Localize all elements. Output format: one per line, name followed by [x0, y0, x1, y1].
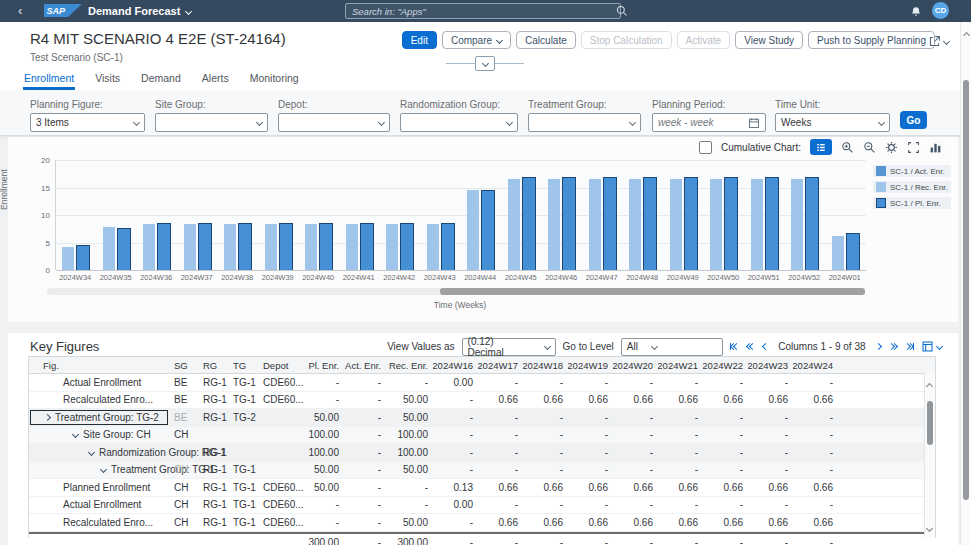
column-header-act-enr[interactable]: Act. Enr. [344, 357, 386, 373]
collapse-icon[interactable] [72, 431, 79, 438]
table-row[interactable]: Actual EnrollmentCHRG-1TG-1CDE60...---0.… [29, 497, 935, 515]
settings-gear-icon[interactable] [885, 141, 898, 154]
column-header-2024w19[interactable]: 2024W19 [568, 357, 613, 373]
search-icon[interactable] [616, 5, 628, 17]
next-column-icon[interactable] [876, 344, 881, 349]
legend-item[interactable]: SC-1 / Rec. Enr. [873, 181, 951, 193]
column-header-2024w22[interactable]: 2024W22 [703, 357, 748, 373]
bar-sc-1-rec-enr[interactable] [670, 179, 682, 270]
column-header-tg[interactable]: TG [228, 357, 258, 373]
column-header-fig[interactable]: Fig. [29, 357, 169, 373]
bar-sc-1-pl-enr[interactable] [157, 223, 171, 270]
bar-sc-1-rec-enr[interactable] [589, 179, 601, 270]
table-scrollbar-thumb[interactable] [927, 401, 933, 445]
column-header-pl-enr[interactable]: Pl. Enr. [304, 357, 344, 373]
share-icon[interactable] [926, 33, 951, 50]
collapse-header-button[interactable] [475, 56, 495, 71]
column-header-sg[interactable]: SG [169, 357, 198, 373]
collapse-icon[interactable] [88, 449, 95, 456]
bar-sc-1-rec-enr[interactable] [751, 179, 763, 270]
bar-sc-1-pl-enr[interactable] [400, 223, 414, 270]
bar-sc-1-rec-enr[interactable] [629, 179, 641, 270]
view-values-as-select[interactable]: (0.12) Decimal [462, 338, 556, 356]
view-study-button[interactable]: View Study [735, 31, 803, 49]
previous-columns-icon[interactable] [747, 344, 755, 349]
bar-sc-1-pl-enr[interactable] [724, 177, 738, 270]
filter-treatment-group-input[interactable] [528, 113, 641, 132]
tab-visits[interactable]: Visits [94, 70, 121, 90]
previous-column-icon[interactable] [763, 344, 768, 349]
first-columns-icon[interactable] [730, 343, 740, 350]
filter-planning-period-input[interactable]: week - week [652, 113, 766, 132]
search-input[interactable] [345, 3, 621, 19]
column-header-2024w16[interactable]: 2024W16 [433, 357, 478, 373]
scroll-down-icon[interactable] [927, 517, 932, 535]
filter-site-group-input[interactable] [155, 113, 268, 132]
expand-icon[interactable] [44, 414, 51, 421]
bar-sc-1-pl-enr[interactable] [198, 223, 212, 270]
bar-sc-1-pl-enr[interactable] [441, 223, 455, 270]
bar-sc-1-pl-enr[interactable] [684, 177, 698, 270]
bar-sc-1-pl-enr[interactable] [319, 223, 333, 270]
column-header-depot[interactable]: Depot [258, 357, 304, 373]
column-header-2024w24[interactable]: 2024W24 [793, 357, 838, 373]
compare-button[interactable]: Compare [442, 31, 511, 49]
filter-planning-figure-input[interactable]: 3 Items [30, 113, 145, 132]
scroll-up-icon[interactable] [964, 24, 969, 42]
collapse-icon[interactable] [100, 466, 107, 473]
table-row[interactable]: Treatment Group: TG-1CHRG-1TG-150.00-50.… [29, 462, 935, 480]
bar-sc-1-pl-enr[interactable] [562, 177, 576, 270]
bar-sc-1-pl-enr[interactable] [805, 177, 819, 270]
legend-item[interactable]: SC-1 / Act. Enr. [873, 165, 951, 177]
bar-sc-1-pl-enr[interactable] [238, 223, 252, 270]
zoom-in-icon[interactable] [841, 141, 854, 154]
bar-sc-1-rec-enr[interactable] [265, 224, 277, 270]
bar-sc-1-pl-enr[interactable] [643, 177, 657, 270]
table-row[interactable]: Treatment Group: TG-2BERG-1TG-250.00-50.… [29, 409, 935, 427]
chart-scrollbar-thumb[interactable] [440, 288, 865, 295]
column-header-2024w17[interactable]: 2024W17 [478, 357, 523, 373]
bar-sc-1-pl-enr[interactable] [481, 190, 495, 270]
last-columns-icon[interactable] [905, 343, 915, 350]
bar-sc-1-rec-enr[interactable] [791, 179, 803, 270]
bar-sc-1-rec-enr[interactable] [103, 227, 115, 270]
tab-demand[interactable]: Demand [140, 70, 182, 90]
bar-sc-1-rec-enr[interactable] [143, 224, 155, 270]
scroll-up-icon[interactable] [927, 375, 932, 393]
bar-sc-1-rec-enr[interactable] [184, 224, 196, 270]
table-row[interactable]: Planned EnrollmentCHRG-1TG-1CDE60...50.0… [29, 479, 935, 497]
push-to-supply-planning-button[interactable]: Push to Supply Planning [808, 31, 935, 49]
bar-sc-1-pl-enr[interactable] [360, 223, 374, 270]
column-header-2024w18[interactable]: 2024W18 [523, 357, 568, 373]
column-header-2024w23[interactable]: 2024W23 [748, 357, 793, 373]
edit-button[interactable]: Edit [402, 31, 437, 49]
legend-item[interactable]: SC-1 / Pl. Enr. [873, 197, 951, 209]
cumulative-chart-checkbox[interactable] [699, 141, 712, 154]
next-columns-icon[interactable] [889, 344, 897, 349]
column-header-rg[interactable]: RG [198, 357, 228, 373]
tab-monitoring[interactable]: Monitoring [249, 70, 300, 90]
app-title-menu[interactable]: Demand Forecast [88, 5, 191, 17]
table-row[interactable]: Site Group: CHCH100.00-100.00--------- [29, 427, 935, 445]
column-header-2024w21[interactable]: 2024W21 [658, 357, 703, 373]
bar-sc-1-rec-enr[interactable] [346, 224, 358, 270]
table-row[interactable]: Recalculated Enro...CHRG-1TG-1CDE60...--… [29, 514, 935, 532]
bar-sc-1-pl-enr[interactable] [603, 177, 617, 270]
back-icon[interactable]: ‹ [18, 3, 22, 18]
go-button[interactable]: Go [900, 111, 927, 129]
go-to-level-select[interactable]: All [621, 338, 723, 356]
bar-sc-1-pl-enr[interactable] [846, 233, 860, 270]
calculate-button[interactable]: Calculate [516, 31, 576, 49]
bar-sc-1-rec-enr[interactable] [467, 190, 479, 270]
filter-randomization-group-input[interactable] [400, 113, 518, 132]
page-scrollbar-thumb[interactable] [963, 80, 969, 500]
bell-icon[interactable] [910, 4, 922, 22]
bar-sc-1-rec-enr[interactable] [224, 224, 236, 270]
tab-alerts[interactable]: Alerts [201, 70, 230, 90]
bar-sc-1-rec-enr[interactable] [710, 179, 722, 270]
bar-sc-1-rec-enr[interactable] [548, 179, 560, 270]
bar-sc-1-pl-enr[interactable] [522, 177, 536, 270]
table-row[interactable]: Randomization Group: RG-1RG-1100.00-100.… [29, 444, 935, 462]
bar-sc-1-pl-enr[interactable] [76, 245, 90, 270]
chart-type-icon[interactable] [929, 141, 942, 154]
